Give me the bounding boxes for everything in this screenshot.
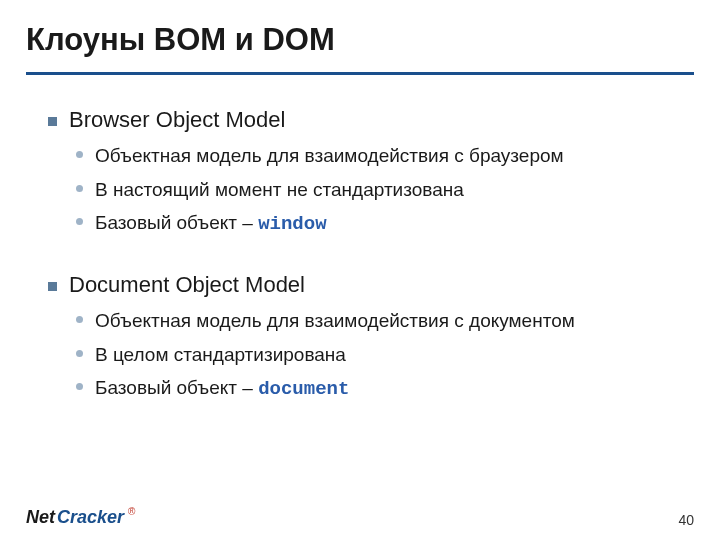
- dot-bullet-icon: [76, 316, 83, 323]
- section-heading: Browser Object Model: [69, 107, 285, 133]
- logo-cracker-text: Cracker: [57, 507, 124, 528]
- dot-bullet-icon: [76, 151, 83, 158]
- list-item: В целом стандартизирована: [76, 342, 720, 368]
- section-header: Browser Object Model: [48, 107, 720, 133]
- section-bom: Browser Object Model Объектная модель дл…: [48, 107, 720, 238]
- list-item: Базовый объект – window: [76, 210, 720, 238]
- code-token: document: [258, 378, 349, 400]
- code-token: window: [258, 213, 326, 235]
- list-item: В настоящий момент не стандартизована: [76, 177, 720, 203]
- sub-list: Объектная модель для взаимодействия с до…: [48, 308, 720, 403]
- page-number: 40: [678, 512, 694, 528]
- item-text-prefix: Базовый объект –: [95, 212, 258, 233]
- logo-mark-icon: ®: [128, 506, 135, 517]
- slide-title: Клоуны BOM и DOM: [0, 0, 720, 58]
- item-text-prefix: Базовый объект –: [95, 377, 258, 398]
- item-text: Объектная модель для взаимодействия с бр…: [95, 143, 564, 169]
- dot-bullet-icon: [76, 185, 83, 192]
- section-heading: Document Object Model: [69, 272, 305, 298]
- netcracker-logo: NetCracker®: [26, 507, 135, 528]
- square-bullet-icon: [48, 282, 57, 291]
- slide-footer: NetCracker® 40: [26, 507, 694, 528]
- item-text: В настоящий момент не стандартизована: [95, 177, 464, 203]
- item-text: Базовый объект – window: [95, 210, 327, 238]
- list-item: Объектная модель для взаимодействия с до…: [76, 308, 720, 334]
- list-item: Базовый объект – document: [76, 375, 720, 403]
- sub-list: Объектная модель для взаимодействия с бр…: [48, 143, 720, 238]
- dot-bullet-icon: [76, 218, 83, 225]
- logo-net-text: Net: [26, 507, 55, 528]
- section-dom: Document Object Model Объектная модель д…: [48, 272, 720, 403]
- item-text: Базовый объект – document: [95, 375, 349, 403]
- list-item: Объектная модель для взаимодействия с бр…: [76, 143, 720, 169]
- square-bullet-icon: [48, 117, 57, 126]
- dot-bullet-icon: [76, 383, 83, 390]
- item-text: Объектная модель для взаимодействия с до…: [95, 308, 575, 334]
- dot-bullet-icon: [76, 350, 83, 357]
- item-text: В целом стандартизирована: [95, 342, 346, 368]
- slide-content: Browser Object Model Объектная модель дл…: [0, 75, 720, 403]
- section-header: Document Object Model: [48, 272, 720, 298]
